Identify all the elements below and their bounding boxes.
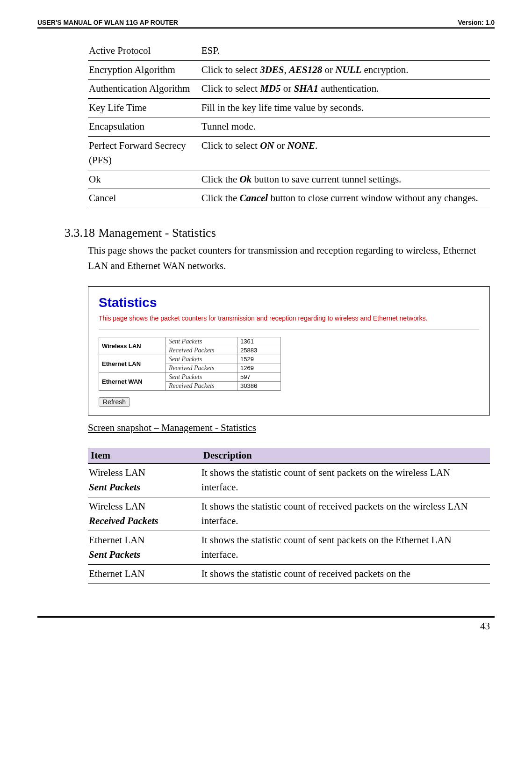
screenshot-caption: Screen snapshot – Management - Statistic… [88, 422, 490, 434]
row-desc: ESP. [201, 42, 490, 60]
row-desc: Click to select MD5 or SHA1 authenticati… [201, 80, 490, 99]
table-header-row: Item Description [88, 448, 490, 464]
page-number: 43 [480, 620, 490, 632]
metric-value: 30386 [237, 381, 281, 390]
header-desc: Description [201, 448, 490, 464]
header-left: USER'S MANUAL OF WLAN 11G AP ROUTER [37, 19, 178, 26]
metric-label: Received Packets [166, 364, 237, 372]
header-right: Version: 1.0 [458, 19, 495, 26]
table-row: Active Protocol ESP. [88, 42, 490, 60]
metric-label: Sent Packets [166, 372, 237, 381]
row-desc: Click the Ok button to save current tunn… [201, 170, 490, 189]
row-desc: Click to select 3DES, AES128 or NULL enc… [201, 60, 490, 80]
item-description-table: Item Description Wireless LAN Sent Packe… [88, 448, 490, 584]
section-intro: This page shows the packet counters for … [88, 243, 490, 274]
metric-value: 597 [237, 372, 281, 381]
statistics-table: Wireless LAN Sent Packets 1361 Received … [99, 337, 281, 391]
metric-value: 1269 [237, 364, 281, 372]
statistics-title: Statistics [99, 295, 479, 310]
table-row: Wireless LAN Sent Packets It shows the s… [88, 463, 490, 497]
table-row: Ethernet LAN It shows the statistic coun… [88, 564, 490, 583]
group-label: Ethernet LAN [99, 355, 166, 372]
page-footer: 43 [37, 616, 495, 632]
row-desc: Fill in the key life time value by secon… [201, 98, 490, 117]
group-label: Wireless LAN [99, 337, 166, 355]
item-label: Wireless LAN Sent Packets [88, 463, 201, 497]
row-label: Active Protocol [88, 42, 201, 60]
header-item: Item [88, 448, 201, 464]
statistics-description: This page shows the packet counters for … [99, 314, 479, 329]
row-desc: Click the Cancel button to close current… [201, 189, 490, 208]
table-row: Wireless LAN Sent Packets 1361 [99, 337, 281, 346]
section-heading: 3.3.18 Management - Statistics [65, 226, 490, 240]
section-number: 3.3.18 [65, 226, 95, 240]
item-desc: It shows the statistic count of sent pac… [201, 531, 490, 564]
section-title: Management - Statistics [99, 226, 216, 240]
row-label: Ok [88, 170, 201, 189]
table-row: Ethernet LAN Sent Packets It shows the s… [88, 531, 490, 564]
table-row: Ethernet LAN Sent Packets 1529 [99, 355, 281, 364]
row-label: Cancel [88, 189, 201, 208]
row-label: Encapsulation [88, 117, 201, 137]
item-label: Ethernet LAN [88, 564, 201, 583]
row-desc: Tunnel mode. [201, 117, 490, 137]
table-row: Ethernet WAN Sent Packets 597 [99, 372, 281, 381]
item-desc: It shows the statistic count of received… [201, 497, 490, 531]
table-row: Encryption Algorithm Click to select 3DE… [88, 60, 490, 80]
refresh-button[interactable]: Refresh [99, 397, 130, 407]
row-desc: Click to select ON or NONE. [201, 136, 490, 170]
metric-value: 25883 [237, 346, 281, 355]
table-row: Cancel Click the Cancel button to close … [88, 189, 490, 208]
statistics-panel: Statistics This page shows the packet co… [88, 286, 490, 416]
item-desc: It shows the statistic count of received… [201, 564, 490, 583]
table-row: Ok Click the Ok button to save current t… [88, 170, 490, 189]
metric-value: 1361 [237, 337, 281, 346]
page-header: USER'S MANUAL OF WLAN 11G AP ROUTER Vers… [37, 19, 495, 29]
table-row: Authentication Algorithm Click to select… [88, 80, 490, 99]
row-label: Perfect Forward Secrecy (PFS) [88, 136, 201, 170]
metric-value: 1529 [237, 355, 281, 364]
metric-label: Received Packets [166, 346, 237, 355]
protocol-options-table: Active Protocol ESP. Encryption Algorith… [88, 42, 490, 208]
metric-label: Sent Packets [166, 355, 237, 364]
metric-label: Received Packets [166, 381, 237, 390]
item-desc: It shows the statistic count of sent pac… [201, 463, 490, 497]
table-row: Encapsulation Tunnel mode. [88, 117, 490, 137]
table-row: Wireless LAN Received Packets It shows t… [88, 497, 490, 531]
row-label: Encryption Algorithm [88, 60, 201, 80]
row-label: Authentication Algorithm [88, 80, 201, 99]
row-label: Key Life Time [88, 98, 201, 117]
item-label: Wireless LAN Received Packets [88, 497, 201, 531]
table-row: Perfect Forward Secrecy (PFS) Click to s… [88, 136, 490, 170]
group-label: Ethernet WAN [99, 372, 166, 390]
item-label: Ethernet LAN Sent Packets [88, 531, 201, 564]
table-row: Key Life Time Fill in the key life time … [88, 98, 490, 117]
metric-label: Sent Packets [166, 337, 237, 346]
